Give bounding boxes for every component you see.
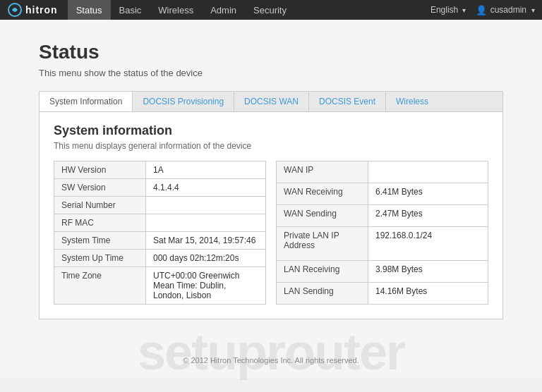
tab-docsis-wan[interactable]: DOCSIS WAN	[234, 92, 309, 111]
private-lan-ip-label: Private LAN IP Address	[277, 226, 368, 260]
sw-version-value: 4.1.4.4	[146, 179, 266, 197]
language-label: English	[430, 5, 458, 15]
hw-version-value: 1A	[146, 161, 266, 179]
rf-mac-label: RF MAC	[54, 214, 146, 232]
table-row: HW Version 1A	[54, 161, 266, 179]
system-uptime-label: System Up Time	[54, 250, 146, 267]
username-label: cusadmin	[490, 5, 526, 15]
nav-status[interactable]: Status	[68, 0, 111, 20]
user-chevron-icon: ▾	[531, 6, 535, 14]
hitron-logo-icon	[7, 2, 23, 18]
table-row: WAN IP	[277, 161, 488, 183]
table-row: System Time Sat Mar 15, 2014, 19:57:46	[54, 232, 266, 250]
wan-ip-label: WAN IP	[277, 161, 368, 183]
table-row: WAN Sending 2.47M Bytes	[277, 204, 488, 226]
tab-docsis-event[interactable]: DOCSIS Event	[309, 92, 386, 111]
table-row: Serial Number	[54, 197, 266, 214]
timezone-label: Time Zone	[54, 267, 146, 305]
table-row: Time Zone UTC+00:00 Greenwich Mean Time:…	[54, 267, 266, 305]
page-subtitle: This menu show the status of the device	[39, 68, 503, 78]
table-row: SW Version 4.1.4.4	[54, 179, 266, 197]
system-time-label: System Time	[54, 232, 146, 250]
wan-sending-label: WAN Sending	[277, 204, 368, 226]
serial-number-label: Serial Number	[54, 197, 146, 214]
info-tables: HW Version 1A SW Version 4.1.4.4 Serial …	[54, 161, 488, 305]
lan-sending-value: 14.16M Bytes	[368, 283, 488, 305]
user-menu[interactable]: 👤 cusadmin ▾	[476, 5, 535, 16]
table-row: LAN Receiving 3.98M Bytes	[277, 261, 488, 283]
serial-number-value	[146, 197, 266, 214]
nav-security[interactable]: Security	[245, 0, 295, 20]
timezone-value: UTC+00:00 Greenwich Mean Time: Dublin, L…	[146, 267, 266, 305]
wan-receiving-label: WAN Receiving	[277, 183, 368, 204]
nav-admin[interactable]: Admin	[202, 0, 245, 20]
table-row: LAN Sending 14.16M Bytes	[277, 283, 488, 305]
wan-sending-value: 2.47M Bytes	[368, 204, 488, 226]
language-chevron-icon: ▾	[462, 6, 466, 14]
nav-wireless[interactable]: Wireless	[150, 0, 202, 20]
system-uptime-value: 000 days 02h:12m:20s	[146, 250, 266, 267]
nav-items: Status Basic Wireless Admin Security	[68, 0, 295, 20]
main-content: Status This menu show the status of the …	[0, 20, 542, 379]
section-title: System information	[54, 123, 488, 138]
table-row: WAN Receiving 6.41M Bytes	[277, 183, 488, 204]
lan-sending-label: LAN Sending	[277, 283, 368, 305]
wan-receiving-value: 6.41M Bytes	[368, 183, 488, 204]
logo-text: hitron	[25, 4, 58, 16]
tab-system-information[interactable]: System Information	[40, 92, 133, 111]
page-title: Status	[39, 41, 503, 63]
table-row: RF MAC	[54, 214, 266, 232]
user-icon: 👤	[476, 5, 487, 16]
tabs-bar: System Information DOCSIS Provisioning D…	[39, 91, 503, 112]
tab-wireless[interactable]: Wireless	[386, 92, 438, 111]
rf-mac-value	[146, 214, 266, 232]
private-lan-ip-value: 192.168.0.1/24	[368, 226, 488, 260]
nav-basic[interactable]: Basic	[111, 0, 150, 20]
wan-ip-value	[368, 161, 488, 183]
system-time-value: Sat Mar 15, 2014, 19:57:46	[146, 232, 266, 250]
nav-left: hitron Status Basic Wireless Admin Secur…	[7, 0, 295, 20]
tab-docsis-provisioning[interactable]: DOCSIS Provisioning	[133, 92, 234, 111]
table-row: System Up Time 000 days 02h:12m:20s	[54, 250, 266, 267]
left-info-table: HW Version 1A SW Version 4.1.4.4 Serial …	[54, 161, 266, 305]
language-selector[interactable]: English ▾	[430, 5, 466, 15]
table-row: Private LAN IP Address 192.168.0.1/24	[277, 226, 488, 260]
sw-version-label: SW Version	[54, 179, 146, 197]
logo: hitron	[7, 2, 58, 18]
section-desc: This menu displays general information o…	[54, 141, 488, 151]
footer-text: © 2012 Hitron Technologies Inc. All righ…	[39, 356, 503, 365]
section-system-info: System information This menu displays ge…	[39, 112, 503, 319]
lan-receiving-value: 3.98M Bytes	[368, 261, 488, 283]
top-navigation: hitron Status Basic Wireless Admin Secur…	[0, 0, 542, 20]
hw-version-label: HW Version	[54, 161, 146, 179]
lan-receiving-label: LAN Receiving	[277, 261, 368, 283]
right-info-table: WAN IP WAN Receiving 6.41M Bytes WAN Sen…	[276, 161, 488, 305]
nav-right: English ▾ 👤 cusadmin ▾	[430, 5, 535, 16]
watermark-text: setuprouter	[39, 326, 503, 377]
